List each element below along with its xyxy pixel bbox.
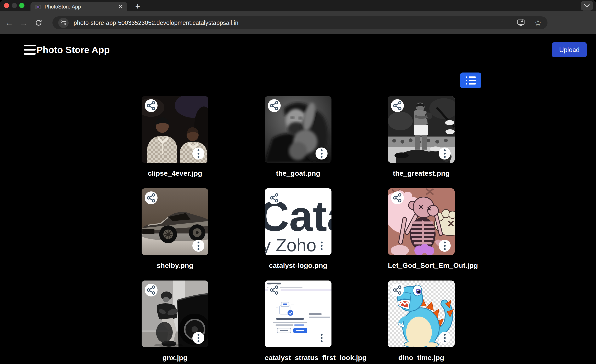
share-button[interactable] bbox=[268, 191, 281, 204]
more-options-button[interactable] bbox=[192, 147, 204, 160]
photo-thumbnail[interactable] bbox=[142, 188, 208, 255]
photo-card: gnx.jpg bbox=[142, 281, 208, 362]
share-icon bbox=[392, 281, 402, 323]
site-settings-button[interactable] bbox=[58, 18, 69, 28]
photo-card: the_goat.png bbox=[265, 96, 331, 177]
photo-filename: the_goat.png bbox=[265, 169, 331, 177]
kebab-menu-icon bbox=[321, 149, 323, 158]
more-options-button[interactable] bbox=[315, 332, 328, 344]
back-button[interactable]: ← bbox=[3, 11, 15, 34]
new-tab-button[interactable]: + bbox=[133, 2, 143, 11]
browser-tab[interactable]: PhotoStore App ✕ bbox=[30, 2, 127, 11]
upload-button[interactable]: Upload bbox=[552, 42, 587, 57]
share-icon bbox=[269, 96, 279, 139]
url-bar[interactable]: photo-store-app-50033523052.development.… bbox=[52, 16, 547, 29]
share-button[interactable] bbox=[145, 99, 157, 112]
kebab-menu-icon bbox=[198, 334, 199, 342]
photo-thumbnail[interactable] bbox=[265, 281, 331, 347]
list-view-icon bbox=[466, 76, 476, 85]
kebab-menu-icon bbox=[198, 241, 199, 250]
share-icon bbox=[392, 188, 402, 231]
kebab-menu-icon bbox=[444, 334, 446, 342]
photo-thumbnail[interactable] bbox=[142, 281, 208, 347]
url-input[interactable]: photo-store-app-50033523052.development.… bbox=[74, 20, 238, 26]
photo-card: catalyst_stratus_first_look.jpg bbox=[265, 281, 331, 362]
tab-close-icon[interactable]: ✕ bbox=[118, 4, 123, 9]
page-title: Photo Store App bbox=[37, 44, 110, 55]
photo-grid: clipse_4ever.jpg bbox=[142, 96, 454, 362]
traffic-light-minimize[interactable] bbox=[12, 3, 17, 8]
photo-card: Cata y Zoho catalyst-logo.png bbox=[265, 188, 331, 269]
photo-filename: shelby.png bbox=[142, 261, 208, 269]
share-icon bbox=[269, 188, 279, 231]
photo-filename: catalyst-logo.png bbox=[265, 261, 331, 269]
browser-window: PhotoStore App ✕ + ← → bbox=[0, 0, 596, 364]
photo-card: dino_time.jpg bbox=[388, 281, 454, 362]
list-view-toggle-button[interactable] bbox=[460, 73, 481, 88]
photo-thumbnail[interactable] bbox=[142, 96, 208, 163]
share-icon bbox=[392, 96, 402, 139]
share-button[interactable] bbox=[268, 99, 281, 112]
share-icon bbox=[269, 281, 279, 323]
tab-title: PhotoStore App bbox=[45, 4, 81, 10]
more-options-button[interactable] bbox=[192, 240, 204, 252]
tab-search-button[interactable] bbox=[581, 1, 593, 11]
reload-icon bbox=[35, 19, 43, 27]
forward-button[interactable]: → bbox=[18, 11, 30, 34]
more-options-button[interactable] bbox=[315, 147, 328, 160]
traffic-light-close[interactable] bbox=[4, 3, 9, 8]
photo-card: Let_God_Sort_Em_Out.jpg bbox=[388, 188, 454, 269]
photo-filename: dino_time.jpg bbox=[388, 353, 454, 362]
photo-filename: the_greatest.png bbox=[388, 169, 454, 177]
share-button[interactable] bbox=[145, 284, 157, 297]
photo-thumbnail[interactable] bbox=[388, 281, 454, 347]
photo-filename: gnx.jpg bbox=[142, 353, 208, 362]
more-options-button[interactable] bbox=[439, 332, 451, 344]
more-options-button[interactable] bbox=[439, 240, 451, 252]
share-button[interactable] bbox=[268, 284, 281, 297]
share-icon bbox=[146, 96, 156, 139]
site-controls-icon bbox=[60, 20, 67, 26]
kebab-menu-icon bbox=[444, 149, 446, 158]
photo-thumbnail[interactable] bbox=[265, 96, 331, 163]
logo-text-small: y Zoho bbox=[265, 235, 316, 255]
photo-card: shelby.png bbox=[142, 188, 208, 269]
kebab-menu-icon bbox=[198, 149, 199, 158]
photo-filename: catalyst_stratus_first_look.jpg bbox=[265, 353, 331, 362]
photo-card: the_greatest.png bbox=[388, 96, 454, 177]
photo-thumbnail[interactable] bbox=[388, 96, 454, 163]
more-options-button[interactable] bbox=[315, 240, 328, 252]
chevron-down-icon bbox=[584, 4, 590, 8]
share-button[interactable] bbox=[391, 99, 404, 112]
kebab-menu-icon bbox=[444, 241, 446, 250]
install-app-icon[interactable] bbox=[517, 19, 525, 27]
bookmark-star-icon[interactable]: ☆ bbox=[534, 19, 542, 27]
browser-toolbar: ← → photo-store-app-50033523052.developm… bbox=[0, 11, 596, 34]
photo-thumbnail[interactable]: Cata y Zoho bbox=[265, 188, 331, 255]
share-icon bbox=[146, 188, 156, 231]
more-options-button[interactable] bbox=[439, 147, 451, 160]
photo-filename: Let_God_Sort_Em_Out.jpg bbox=[388, 261, 454, 269]
camera-favicon-icon bbox=[35, 4, 41, 9]
photo-card: clipse_4ever.jpg bbox=[142, 96, 208, 177]
kebab-menu-icon bbox=[321, 241, 323, 250]
share-button[interactable] bbox=[391, 191, 404, 204]
menu-button[interactable] bbox=[24, 45, 36, 55]
kebab-menu-icon bbox=[321, 334, 323, 342]
reload-button[interactable] bbox=[33, 11, 44, 34]
share-button[interactable] bbox=[145, 191, 157, 204]
photo-filename: clipse_4ever.jpg bbox=[142, 169, 208, 177]
hamburger-icon bbox=[24, 45, 36, 46]
more-options-button[interactable] bbox=[192, 332, 204, 344]
photo-thumbnail[interactable] bbox=[388, 188, 454, 255]
share-icon bbox=[146, 281, 156, 323]
tab-strip: PhotoStore App ✕ + bbox=[0, 0, 596, 11]
share-button[interactable] bbox=[391, 284, 404, 297]
traffic-light-zoom[interactable] bbox=[19, 3, 24, 8]
